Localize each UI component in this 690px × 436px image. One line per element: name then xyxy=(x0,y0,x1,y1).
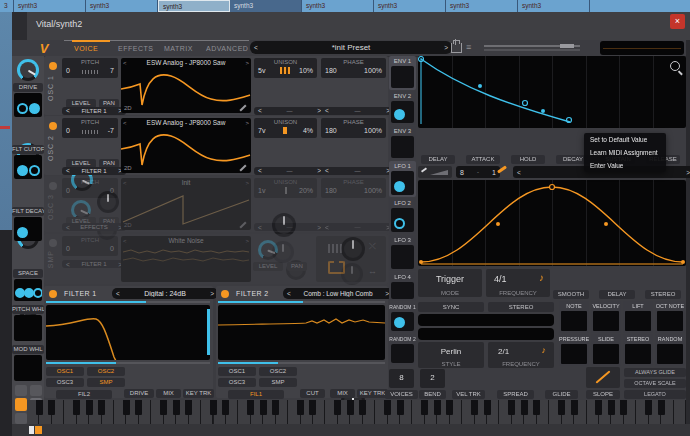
ableton-clip-edge[interactable]: 3 xyxy=(0,0,14,12)
filter1-input-osc2[interactable]: OSC2 xyxy=(87,367,125,376)
bend-box[interactable]: 2 xyxy=(420,369,445,388)
osc2-phase-value[interactable]: 180 xyxy=(325,127,337,134)
chevron-right-icon[interactable]: > xyxy=(686,169,690,176)
piano-black-key[interactable] xyxy=(620,400,627,415)
osc1-phase-value[interactable]: 180 xyxy=(325,67,337,74)
osc3-phase-value[interactable]: 180 xyxy=(325,187,337,194)
modgrid-slide[interactable]: SLIDE xyxy=(591,334,621,366)
osc1-phase-rand[interactable]: 100% xyxy=(364,67,382,74)
mod-amount-indicator[interactable] xyxy=(394,181,405,192)
osc1-transpose[interactable]: 0 xyxy=(66,67,70,74)
osc2-enable-button[interactable] xyxy=(49,122,57,130)
piano-black-key[interactable] xyxy=(173,400,180,415)
ableton-clip[interactable]: synth3 xyxy=(14,0,86,12)
tab-advanced[interactable]: ADVANCED xyxy=(206,45,248,52)
osc2-unison-box[interactable]: UNISON 7v 4% xyxy=(254,118,317,138)
legato-toggle[interactable]: LEGATO xyxy=(624,390,686,399)
lfo-frequency-value[interactable]: 4/1 xyxy=(494,274,507,284)
piano-black-key[interactable] xyxy=(471,400,478,415)
chevron-left-icon[interactable]: < xyxy=(123,60,127,66)
modsource-env1[interactable]: ENV 1 xyxy=(389,56,416,90)
piano-black-key[interactable] xyxy=(334,400,341,415)
osc3-unison-voices[interactable]: 1v xyxy=(258,187,265,194)
octave-scale-toggle[interactable]: OCTAVE SCALE xyxy=(624,379,686,388)
filter1-cutoff-slider[interactable] xyxy=(46,301,146,303)
osc3-phase-rand[interactable]: 100% xyxy=(364,187,382,194)
osc1-wavetable-name[interactable]: ESW Analog - JP8000 Saw xyxy=(147,59,226,66)
random-stereo-button[interactable]: STEREO xyxy=(488,302,554,312)
lfo-grid-den[interactable]: 1 xyxy=(492,169,496,176)
piano-black-key[interactable] xyxy=(297,400,304,415)
filter1-resonance-bar[interactable] xyxy=(207,309,210,355)
osc3-route-selector[interactable]: < EFFECTS > xyxy=(62,223,126,231)
lfo-grid-num[interactable]: 8 xyxy=(460,169,464,176)
piano-black-key[interactable] xyxy=(309,400,316,415)
osc3-unison-detune[interactable]: 20% xyxy=(299,187,313,194)
plugin-title-bar[interactable] xyxy=(27,12,690,41)
vital-logo[interactable]: V xyxy=(31,41,57,56)
note-sync-icon[interactable]: ♪ xyxy=(539,272,544,283)
piano-black-key[interactable] xyxy=(571,400,578,415)
piano-black-key[interactable] xyxy=(135,400,142,415)
osc2-phase-rand[interactable]: 100% xyxy=(364,127,382,134)
piano-black-key[interactable] xyxy=(434,400,441,415)
smp-level-knob[interactable] xyxy=(258,240,278,260)
modgrid-lift[interactable]: LIFT xyxy=(623,301,653,333)
save-icon[interactable] xyxy=(451,43,462,53)
mod-wheel[interactable] xyxy=(14,355,42,381)
piano-black-key[interactable] xyxy=(260,400,267,415)
osc2-unison-detune[interactable]: 4% xyxy=(303,127,313,134)
piano-black-key[interactable] xyxy=(608,400,615,415)
tab-effects[interactable]: EFFECTS xyxy=(118,45,153,52)
voices-value[interactable]: 8 xyxy=(389,373,414,382)
ableton-clip[interactable]: synth3 xyxy=(518,0,590,12)
piano-black-key[interactable] xyxy=(558,400,565,415)
osc2-wavetable-display[interactable]: < ESW Analog - JP8000 Saw > 2D xyxy=(121,118,251,173)
filter1-input-osc3[interactable]: OSC3 xyxy=(46,378,84,387)
bend-value[interactable]: 2 xyxy=(420,373,445,382)
modsource-lfo1[interactable]: LFO 1 xyxy=(389,161,416,197)
filter1-input-smp[interactable]: SMP xyxy=(87,378,125,387)
piano-black-key[interactable] xyxy=(359,400,366,415)
filter1-input-osc1[interactable]: OSC1 xyxy=(46,367,84,376)
filter1-display[interactable] xyxy=(46,305,210,360)
osc2-phase-box[interactable]: PHASE 180 100% xyxy=(321,118,386,138)
modgrid-random[interactable]: RANDOM xyxy=(655,334,685,366)
macro-drive-box[interactable] xyxy=(14,93,42,117)
osc2-view-mode[interactable]: 2D xyxy=(124,165,132,171)
chevron-left-icon[interactable]: < xyxy=(123,238,127,244)
voices-box[interactable]: 8 xyxy=(389,369,414,388)
osc3-view-mode[interactable]: 2D xyxy=(124,222,132,228)
piano-black-key[interactable] xyxy=(508,400,515,415)
filter1-model-selector[interactable]: < Digital : 24dB > xyxy=(112,288,218,299)
macro-drive-knob[interactable] xyxy=(17,59,39,81)
ableton-clip[interactable]: synth3 xyxy=(86,0,158,12)
osc3-phase-selector[interactable]: < — > xyxy=(321,223,394,231)
macro-space-box[interactable] xyxy=(14,279,42,301)
random-style-box[interactable]: Perlin STYLE xyxy=(418,342,484,368)
osc1-unison-box[interactable]: UNISON 5v 10% xyxy=(254,58,317,78)
macro-slider-left[interactable] xyxy=(15,385,27,425)
filter2-cutoff-slider[interactable] xyxy=(218,301,303,303)
piano-black-key[interactable] xyxy=(658,400,665,415)
osc3-enable-button[interactable] xyxy=(49,182,57,190)
osc3-unison-selector[interactable]: < — > xyxy=(254,223,325,231)
piano-black-key[interactable] xyxy=(98,400,105,415)
slope-box[interactable] xyxy=(586,367,620,388)
modgrid-stereo[interactable]: STEREO xyxy=(623,334,653,366)
lfo-grid-selector[interactable]: 8 - 1 xyxy=(456,166,500,178)
osc2-wavetable-name[interactable]: ESW Analog - JP8000 Saw xyxy=(147,119,226,126)
modsource-lfo3[interactable]: LFO 3 xyxy=(389,235,416,271)
lfo-frequency-box[interactable]: 4/1 ♪ FREQUENCY xyxy=(486,269,550,297)
filter2-mix-slider[interactable] xyxy=(218,362,278,364)
piano-white-key[interactable] xyxy=(674,400,686,424)
menu-item-learn-midi[interactable]: Learn MIDI Assignment xyxy=(584,146,666,159)
envelope-display[interactable] xyxy=(418,56,686,128)
random-frequency-value[interactable]: 2/1 xyxy=(498,347,509,356)
osc3-tune[interactable]: 0 xyxy=(110,187,114,194)
random-sync-button[interactable]: SYNC xyxy=(418,302,484,312)
arrows-icon[interactable]: ↔ xyxy=(368,266,377,276)
piano-black-key[interactable] xyxy=(521,400,528,415)
mod-amount-indicator[interactable] xyxy=(394,218,405,229)
osc1-wavetable-display[interactable]: < ESW Analog - JP8000 Saw > 2D xyxy=(121,58,251,113)
